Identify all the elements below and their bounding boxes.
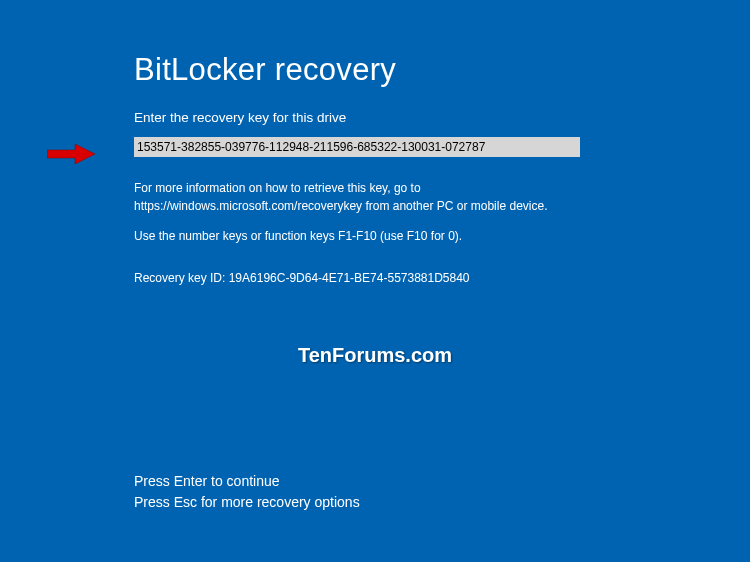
recovery-key-id: Recovery key ID: 19A6196C-9D64-4E71-BE74… [134, 271, 750, 285]
red-arrow-icon [47, 142, 97, 166]
enter-prompt: Press Enter to continue [134, 471, 360, 491]
recovery-key-input[interactable] [134, 137, 580, 157]
bitlocker-recovery-screen: BitLocker recovery Enter the recovery ke… [0, 0, 750, 562]
info-line-1: For more information on how to retrieve … [134, 179, 750, 197]
info-text-block: For more information on how to retrieve … [134, 179, 750, 215]
keyboard-prompts: Press Enter to continue Press Esc for mo… [134, 471, 360, 512]
page-title: BitLocker recovery [134, 52, 750, 88]
esc-prompt: Press Esc for more recovery options [134, 492, 360, 512]
info-line-2: https://windows.microsoft.com/recoveryke… [134, 197, 750, 215]
watermark-text: TenForums.com [298, 344, 452, 367]
function-keys-hint: Use the number keys or function keys F1-… [134, 229, 750, 243]
svg-marker-0 [47, 144, 95, 164]
instruction-text: Enter the recovery key for this drive [134, 110, 750, 125]
